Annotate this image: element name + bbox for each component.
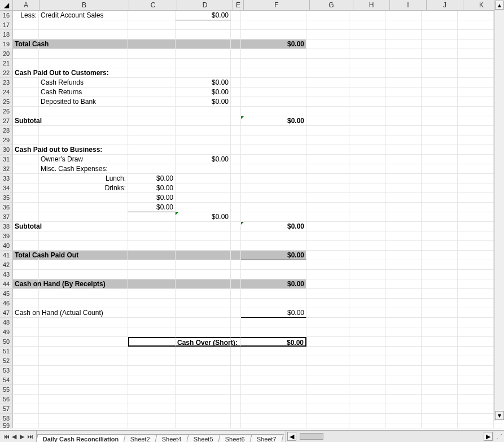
cell-K55[interactable]: [458, 385, 494, 395]
cell-D41[interactable]: [176, 251, 231, 260]
row-header[interactable]: 45: [0, 289, 13, 299]
cell-I49[interactable]: [385, 327, 422, 337]
cell-E22[interactable]: [231, 68, 241, 78]
cell-J53[interactable]: [422, 366, 458, 375]
cell-A27-subtotal[interactable]: Subtotal: [13, 116, 39, 126]
sheet-tab-daily-cash-reconciliation[interactable]: Daily Cash Reconciliation: [36, 434, 126, 442]
cell-D42[interactable]: [176, 260, 231, 270]
cell-E45[interactable]: [231, 289, 241, 299]
cell-D25[interactable]: $0.00: [176, 97, 231, 107]
cell-K48[interactable]: [458, 318, 494, 327]
row-header[interactable]: 40: [0, 241, 13, 251]
cell-G53[interactable]: [306, 366, 349, 375]
cell-J42[interactable]: [422, 260, 458, 270]
cell-D34[interactable]: [176, 183, 231, 193]
hscroll-right-button[interactable]: ▶: [484, 432, 493, 441]
row-header[interactable]: 43: [0, 270, 13, 279]
cell-B24[interactable]: Cash Returns: [39, 87, 128, 97]
cell-K57[interactable]: [458, 404, 494, 414]
cell-A17[interactable]: [13, 20, 39, 30]
cell-G48[interactable]: [306, 318, 349, 327]
row-header[interactable]: 25: [0, 97, 13, 107]
cell-J37[interactable]: [422, 212, 458, 222]
cell-A35[interactable]: [13, 193, 39, 203]
row-header[interactable]: 21: [0, 59, 13, 68]
cell-D52[interactable]: [176, 356, 231, 366]
cell-C31[interactable]: [128, 155, 176, 164]
cell-C45[interactable]: [128, 289, 176, 299]
cell-C42[interactable]: [128, 260, 176, 270]
cell-H53[interactable]: [349, 366, 385, 375]
cell-F23[interactable]: [241, 78, 306, 87]
cell-G16[interactable]: [306, 11, 349, 20]
row-header[interactable]: 52: [0, 356, 13, 366]
cell-B55[interactable]: [39, 385, 128, 395]
cell-H24[interactable]: [349, 87, 385, 97]
cell-H52[interactable]: [349, 356, 385, 366]
cell-H27[interactable]: [349, 116, 385, 126]
cell-F37[interactable]: [241, 212, 306, 222]
cell-D43[interactable]: [176, 270, 231, 279]
cell-D59[interactable]: [176, 423, 231, 428]
cell-E59[interactable]: [231, 423, 241, 428]
sheet-tab-sheet4[interactable]: Sheet4: [155, 434, 189, 442]
cell-A29[interactable]: [13, 135, 39, 145]
cell-G23[interactable]: [306, 78, 349, 87]
cell-B25[interactable]: Deposited to Bank: [39, 97, 128, 107]
cell-G22[interactable]: [306, 68, 349, 78]
cell-A56[interactable]: [13, 395, 39, 404]
cell-G54[interactable]: [306, 375, 349, 385]
cell-I56[interactable]: [385, 395, 422, 404]
cell-I32[interactable]: [385, 164, 422, 174]
cell-K54[interactable]: [458, 375, 494, 385]
cell-A26[interactable]: [13, 107, 39, 116]
cell-B23[interactable]: Cash Refunds: [39, 78, 128, 87]
cell-K24[interactable]: [458, 87, 494, 97]
cell-F59[interactable]: [241, 423, 306, 428]
cell-D22[interactable]: [176, 68, 231, 78]
cell-F31[interactable]: [241, 155, 306, 164]
cell-B52[interactable]: [39, 356, 128, 366]
cell-G58[interactable]: [306, 414, 349, 423]
cell-B58[interactable]: [39, 414, 128, 423]
cell-D49[interactable]: [176, 327, 231, 337]
cell-H41[interactable]: [349, 251, 385, 260]
cell-C24[interactable]: [128, 87, 176, 97]
cell-I17[interactable]: [385, 20, 422, 30]
cell-I20[interactable]: [385, 49, 422, 59]
cell-C37[interactable]: [128, 212, 176, 222]
cell-G31[interactable]: [306, 155, 349, 164]
cell-I23[interactable]: [385, 78, 422, 87]
cell-E58[interactable]: [231, 414, 241, 423]
cell-H32[interactable]: [349, 164, 385, 174]
cell-E43[interactable]: [231, 270, 241, 279]
cell-I54[interactable]: [385, 375, 422, 385]
cell-J56[interactable]: [422, 395, 458, 404]
cell-J16[interactable]: [422, 11, 458, 20]
cell-B54[interactable]: [39, 375, 128, 385]
cell-D54[interactable]: [176, 375, 231, 385]
cell-K51[interactable]: [458, 347, 494, 356]
cell-B49[interactable]: [39, 327, 128, 337]
cell-H50[interactable]: [349, 337, 385, 347]
cell-I31[interactable]: [385, 155, 422, 164]
cell-H26[interactable]: [349, 107, 385, 116]
cell-F28[interactable]: [241, 126, 306, 135]
cell-J35[interactable]: [422, 193, 458, 203]
cell-K47[interactable]: [458, 308, 494, 318]
row-header[interactable]: 41: [0, 251, 13, 260]
cell-J36[interactable]: [422, 203, 458, 212]
cell-D37[interactable]: $0.00: [176, 212, 231, 222]
cell-A48[interactable]: [13, 318, 39, 327]
cell-G32[interactable]: [306, 164, 349, 174]
cell-D57[interactable]: [176, 404, 231, 414]
cell-H21[interactable]: [349, 59, 385, 68]
cell-H39[interactable]: [349, 231, 385, 241]
cell-E44[interactable]: [231, 279, 241, 289]
cell-H43[interactable]: [349, 270, 385, 279]
cell-B48[interactable]: [39, 318, 128, 327]
cell-F25[interactable]: [241, 97, 306, 107]
cell-B46[interactable]: [39, 299, 128, 308]
cell-H55[interactable]: [349, 385, 385, 395]
row-header[interactable]: 55: [0, 385, 13, 395]
